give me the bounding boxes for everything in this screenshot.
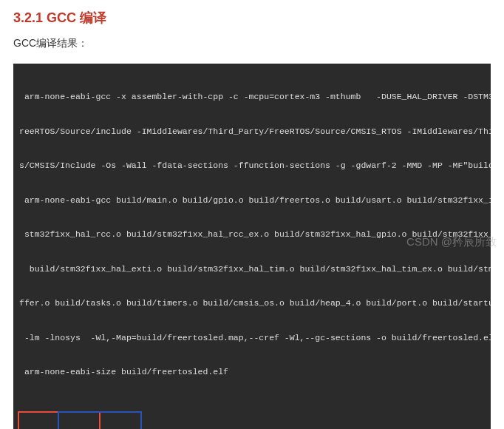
- terminal-line: reeRTOS/Source/include -IMiddlewares/Thi…: [13, 126, 491, 138]
- terminal-line: -lm -lnosys -Wl,-Map=build/freertosled.m…: [13, 332, 491, 344]
- terminal-line: build/stm32f1xx_hal_exti.o build/stm32f1…: [13, 263, 491, 275]
- terminal-line: arm-none-eabi-size build/freertosled.elf: [13, 366, 491, 378]
- terminal-line: stm32f1xx_hal_rcc.o build/stm32f1xx_hal_…: [13, 229, 491, 240]
- terminal-line: s/CMSIS/Include -Os -Wall -fdata-section…: [13, 160, 491, 172]
- terminal-output: arm-none-eabi-gcc -x assembler-with-cpp …: [13, 64, 491, 429]
- terminal-line: arm-none-eabi-gcc build/main.o build/gpi…: [13, 195, 491, 206]
- terminal-line: ffer.o build/tasks.o build/timers.o buil…: [13, 297, 491, 309]
- terminal-line: arm-none-eabi-gcc -x assembler-with-cpp …: [13, 91, 491, 103]
- heading-gcc-compile: 3.2.1 GCC 编译: [13, 9, 491, 27]
- blue-highlight-box: [58, 411, 142, 429]
- result-label: GCC编译结果：: [13, 37, 491, 50]
